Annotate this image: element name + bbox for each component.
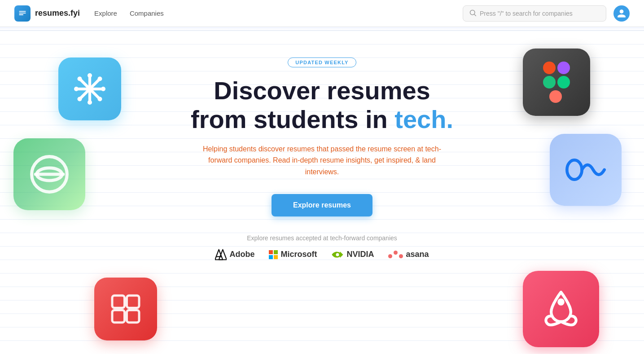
hero-section: UPDATED WEEKLY Discover resumes from stu… [0,31,644,354]
hero-subtitle: Helping students discover resumes that p… [192,143,452,178]
search-icon [469,9,476,18]
svg-point-27 [336,253,339,256]
svg-rect-21 [112,310,125,323]
asana-text: asana [406,250,429,259]
search-bar[interactable]: Press "/" to search for companies [463,5,606,22]
search-placeholder: Press "/" to search for companies [480,10,573,17]
nvidia-logo[interactable]: NVIDIA [331,250,374,259]
svg-line-1 [474,14,476,16]
hero-content: UPDATED WEEKLY Discover resumes from stu… [191,57,453,260]
meta-icon [550,134,622,206]
nav-link-companies[interactable]: Companies [130,9,164,17]
svg-point-10 [78,77,82,81]
layers-icon [94,278,157,340]
svg-point-14 [87,86,93,93]
updated-badge: UPDATED WEEKLY [288,57,356,67]
companies-label: Explore resumes accepted at tech-forward… [247,234,397,242]
hero-title-line2-prefix: from students in [191,105,394,133]
explore-resumes-button[interactable]: Explore resumes [272,194,372,216]
companies-logos: Adobe Microsoft [215,249,429,260]
svg-marker-26 [219,249,227,260]
svg-point-23 [557,299,565,306]
svg-point-9 [101,87,105,91]
svg-point-6 [88,73,92,78]
nvidia-text: NVIDIA [346,250,374,259]
user-avatar[interactable] [613,5,630,22]
adobe-text: Adobe [229,250,254,259]
nav-links: Explore Companies [94,9,164,17]
spotify-icon [13,138,85,210]
asana-logo[interactable]: asana [388,250,429,259]
asana-icon [388,251,403,258]
logo-icon [14,5,31,22]
svg-point-11 [98,97,102,102]
microsoft-icon [269,250,278,259]
nvidia-icon [331,250,344,259]
svg-point-13 [78,97,82,102]
snowflake-icon [58,57,121,120]
figma-icon [523,49,590,116]
hero-title: Discover resumes from students in tech. [191,76,453,134]
svg-point-7 [88,100,92,105]
microsoft-text: Microsoft [280,250,317,259]
hero-title-line1: Discover resumes [214,76,430,105]
navbar: resumes.fyi Explore Companies Press "/" … [0,0,644,27]
svg-rect-22 [127,310,140,323]
logo-svg [18,9,27,18]
logo[interactable]: resumes.fyi [14,5,80,22]
companies-section: Explore resumes accepted at tech-forward… [215,234,429,260]
subnav-divider [0,27,644,31]
navbar-right: Press "/" to search for companies [463,5,630,22]
hero-title-highlight: tech. [394,105,453,133]
svg-marker-24 [215,249,223,260]
svg-point-8 [74,87,79,91]
adobe-icon [215,249,227,260]
adobe-logo[interactable]: Adobe [215,249,254,260]
user-icon [617,9,626,18]
svg-point-12 [98,77,102,81]
microsoft-logo[interactable]: Microsoft [269,250,317,259]
nav-link-explore[interactable]: Explore [94,9,117,17]
logo-text: resumes.fyi [35,9,80,18]
airbnb-icon [523,271,599,347]
svg-rect-19 [112,296,125,308]
svg-point-18 [567,160,582,179]
svg-rect-20 [127,296,140,308]
